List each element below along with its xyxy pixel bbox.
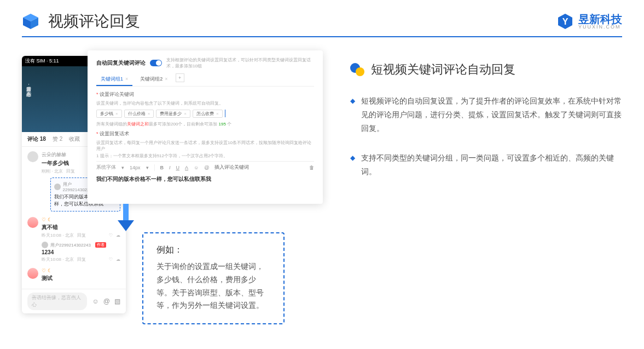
reply-link[interactable]: 回复 — [77, 232, 86, 238]
cursor-caret — [225, 110, 225, 117]
keyword-chip[interactable]: 怎么收费× — [193, 110, 223, 118]
keyword-chip[interactable]: 什么价格× — [124, 110, 154, 118]
reply-hint: 设置回复话术，每回复一个用户评论只发送一条话术，最多支持设置10条不同话术，按顺… — [96, 140, 314, 152]
cube-icon — [22, 13, 39, 30]
keyword-tab-2[interactable]: 关键词组2× — [136, 73, 172, 86]
keyword-count-hint: 所有关键词组的关键词之和最多可添加200个，目前剩余可添加 195 个 — [96, 121, 314, 127]
comment-item: ♡ ☾ 测试 — [27, 268, 120, 283]
logo-text: 昱新科技 — [578, 14, 622, 25]
svg-marker-6 — [118, 220, 134, 231]
add-tab-button[interactable]: + — [176, 73, 184, 82]
keyword-tab-1[interactable]: 关键词组1× — [96, 73, 132, 86]
keyword-chip[interactable]: 多少钱× — [96, 110, 122, 118]
config-title: 自动回复关键词评论 — [96, 59, 146, 67]
page-title: 视频评论回复 — [48, 11, 140, 32]
keyword-chip[interactable]: 费用是多少× — [156, 110, 190, 118]
example-body: 关于询价的设置成一组关键词，多少钱、什么价格，费用多少等。关于咨询班型、版本、型… — [156, 260, 270, 312]
image-icon[interactable]: ▧ — [114, 297, 120, 305]
avatar — [27, 217, 38, 228]
example-callout: 例如： 关于询价的设置成一组关键词，多少钱、什么价格，费用多少等。关于咨询班型、… — [142, 232, 285, 324]
insert-keyword[interactable]: 插入评论关键词 — [214, 164, 249, 171]
reply-link[interactable]: 回复 — [66, 168, 75, 174]
emoji-icon[interactable]: ☺ — [194, 165, 199, 170]
reply-tip: 1 提示：一个富文本框最多支持512个字符，一个汉字占用2个字符。 — [96, 153, 314, 159]
toggle-switch[interactable] — [150, 60, 162, 66]
editor-content[interactable]: 我们不同的版本价格不一样，您可以私信联系我 — [96, 173, 314, 185]
font-size-select[interactable]: 14px — [130, 165, 141, 170]
delete-icon[interactable]: 🗑 — [309, 165, 314, 170]
tab-likes[interactable]: 赞 2 — [53, 135, 62, 143]
font-select[interactable]: 系统字体 — [96, 164, 116, 171]
mention-icon[interactable]: @ — [204, 165, 209, 170]
emoji-icon[interactable]: ☺ — [92, 297, 99, 305]
editor-toolbar: 系统字体▾ 14px▾ B I U A ☺ @ 插入评论关键词 🗑 — [96, 161, 314, 173]
overlap-circles-icon — [350, 63, 365, 76]
avatar — [27, 151, 38, 162]
keyword-chip-row: 多少钱× 什么价格× 费用是多少× 怎么收费× — [96, 110, 314, 118]
comment-input[interactable]: 善语结善缘，恶言伤人心 — [27, 293, 87, 310]
logo-hex-icon: Y — [556, 13, 574, 30]
avatar — [27, 268, 38, 279]
mention-icon[interactable]: @ — [103, 297, 110, 305]
section-header: 短视频关键词评论自动回复 — [350, 61, 622, 78]
brand-logo: Y 昱新科技 YUUXIN.COM — [556, 13, 622, 30]
svg-text:Y: Y — [562, 17, 568, 26]
svg-rect-5 — [123, 204, 129, 220]
config-panel-mock: 自动回复关键词评论 支持根据评论的关键词设置回复话术，可以针对不同类型关键词设置… — [88, 50, 323, 204]
comment-text: 测试 — [42, 274, 120, 282]
comment-item: ♡ ☾ 真不错 昨天10:08 · 北京回复♡☁ 用户2299214302243… — [27, 217, 120, 262]
tab-favs[interactable]: 收藏 — [69, 135, 80, 143]
bullet-point: 支持不同类型的关键词分组，同一类问题，可设置多个相近的、高频的关键词。 — [350, 151, 622, 179]
example-title: 例如： — [156, 244, 270, 256]
comment-text: 真不错 — [42, 224, 120, 231]
comment-input-bar: 善语结善缘，恶言伤人心 ☺ @ ▧ — [22, 289, 126, 313]
italic-icon[interactable]: I — [169, 165, 171, 170]
bullet-point: 短视频评论的自动回复设置，为了提升作者的评论回复效率，在系统中针对常见的评论用户… — [350, 94, 622, 136]
commenter-name: ♡ ☾ — [42, 268, 120, 273]
color-icon[interactable]: A — [185, 165, 188, 170]
section-title: 短视频关键词评论自动回复 — [371, 61, 515, 78]
underline-icon[interactable]: U — [176, 165, 180, 170]
config-desc: 支持根据评论的关键词设置回复话术，可以针对不同类型关键词设置回复话术，最多添加1… — [166, 57, 314, 69]
commenter-name: ♡ ☾ — [42, 217, 120, 222]
keyword-label: 设置评论关键词 — [100, 91, 134, 97]
logo-subtext: YUUXIN.COM — [578, 25, 622, 30]
tab-comments[interactable]: 评论 18 — [27, 135, 46, 143]
bold-icon[interactable]: B — [160, 165, 164, 170]
reply-link[interactable]: 回复 — [77, 256, 86, 262]
reply-label: 设置回复话术 — [100, 131, 129, 136]
header-divider — [22, 36, 622, 37]
keyword-hint: 设置关键词，当评论内容包含了以下关键词，则系统可自动回复。 — [96, 100, 314, 106]
slide-header: 视频评论回复 Y 昱新科技 YUUXIN.COM — [22, 11, 622, 32]
arrow-down-icon — [118, 204, 134, 231]
